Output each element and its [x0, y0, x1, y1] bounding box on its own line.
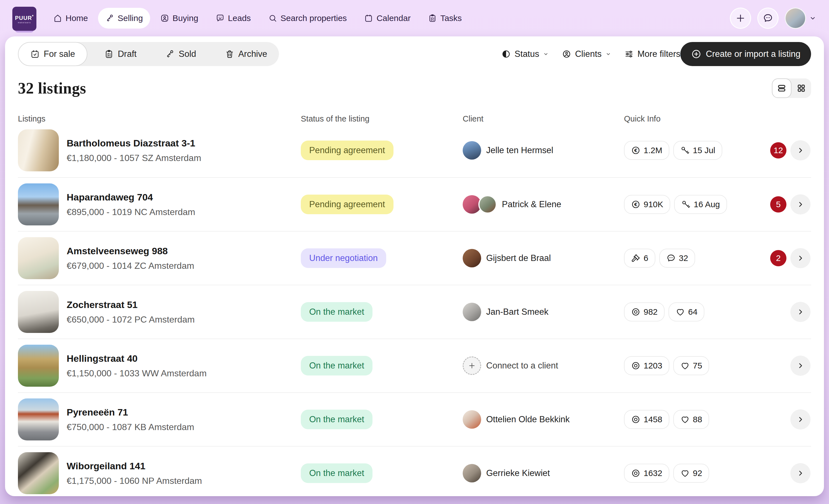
- quick-info-pill: 6: [624, 249, 655, 268]
- listing-title: Amstelveenseweg 988: [67, 246, 194, 256]
- nav-item-selling[interactable]: Selling: [98, 8, 150, 29]
- nav-item-label: Leads: [228, 13, 251, 23]
- chevron-right-icon: [796, 308, 804, 316]
- quick-info-value: 88: [693, 415, 702, 424]
- listing-row[interactable]: Hellingstraat 40€1,150,000 - 1033 WW Ams…: [18, 338, 811, 392]
- listing-photo: [18, 129, 59, 171]
- quick-info-pill: €910K: [624, 195, 670, 214]
- nav-item-label: Selling: [118, 13, 143, 23]
- open-listing-button[interactable]: [790, 248, 810, 268]
- tab-for-sale[interactable]: For sale: [18, 42, 87, 66]
- sliders-icon: [624, 49, 634, 59]
- list-view-button[interactable]: [772, 78, 791, 98]
- listing-photo: [18, 452, 59, 494]
- nav-item-home[interactable]: Home: [46, 8, 95, 29]
- status-badge: On the market: [301, 463, 372, 483]
- client-name: Patrick & Elene: [502, 200, 561, 210]
- quick-info-cell: 6322: [624, 248, 811, 268]
- listing-price-address: €650,000 - 1072 PC Amsterdam: [67, 315, 195, 325]
- profile-menu[interactable]: [785, 7, 817, 29]
- listing-text: Haparandaweg 704€895,000 - 1019 NC Amste…: [67, 192, 195, 217]
- brand-tagline: makelaars: [18, 22, 31, 24]
- clients-filter-button[interactable]: Clients: [562, 49, 611, 59]
- open-listing-button[interactable]: [790, 409, 810, 430]
- tab-label: Sold: [179, 49, 196, 59]
- tab-sold[interactable]: Sold: [153, 42, 208, 66]
- status-circle-icon: [501, 49, 511, 59]
- tab-archive[interactable]: Archive: [213, 42, 279, 66]
- quick-info-pill: 982: [624, 302, 664, 321]
- column-header-status: Status of the listing: [301, 114, 463, 123]
- listing-row[interactable]: Amstelveenseweg 988€679,000 - 1014 ZC Am…: [18, 231, 811, 285]
- listing-row[interactable]: Zocherstraat 51€650,000 - 1072 PC Amster…: [18, 285, 811, 338]
- listing-price-address: €1,150,000 - 1033 WW Amsterdam: [67, 368, 207, 379]
- grid-view-button[interactable]: [791, 78, 811, 98]
- create-listing-button[interactable]: Create or import a listing: [680, 42, 811, 66]
- tab-draft[interactable]: Draft: [93, 42, 148, 66]
- quick-info-pill: 15 Jul: [673, 141, 722, 160]
- listing-row[interactable]: Pyreneeën 71€750,000 - 1087 KB Amsterdam…: [18, 392, 811, 446]
- quick-info-value: 1203: [644, 361, 662, 370]
- column-header-listings: Listings: [18, 114, 301, 123]
- connect-client-button[interactable]: [463, 356, 481, 375]
- listing-price-address: €1,175,000 - 1060 NP Amsterdam: [67, 476, 202, 486]
- client-avatar: [463, 249, 481, 267]
- quick-info-value: 75: [693, 361, 702, 370]
- listing-title: Pyreneeën 71: [67, 407, 194, 418]
- client-cell: Jelle ten Hermsel: [463, 141, 624, 159]
- status-badge: Pending agreement: [301, 194, 394, 214]
- nav-item-calendar[interactable]: Calendar: [357, 8, 418, 29]
- nav-item-label: Home: [66, 13, 88, 23]
- listing-title: Zocherstraat 51: [67, 299, 195, 310]
- trash-icon: [225, 49, 235, 59]
- search-icon: [268, 14, 277, 23]
- nav-item-label: Search properties: [281, 13, 347, 23]
- open-listing-button[interactable]: [790, 194, 810, 214]
- open-listing-button[interactable]: [790, 463, 810, 483]
- listing-text: Wiborgeiland 141€1,175,000 - 1060 NP Ams…: [67, 461, 202, 486]
- nav-item-tasks[interactable]: Tasks: [421, 8, 469, 29]
- nav-item-label: Calendar: [376, 13, 410, 23]
- more-filters-filter-button[interactable]: More filters: [624, 49, 680, 59]
- quick-add-button[interactable]: [730, 7, 751, 29]
- status-cell: On the market: [301, 356, 463, 375]
- nav-item-search-properties[interactable]: Search properties: [261, 8, 354, 29]
- brand-logo[interactable]: PUUR* makelaars: [12, 7, 36, 31]
- chevron-down-icon: [809, 14, 817, 22]
- listing-row[interactable]: Bartholomeus Diazstraat 3-1€1,180,000 - …: [18, 123, 811, 177]
- listing-row[interactable]: Wiborgeiland 141€1,175,000 - 1060 NP Ams…: [18, 446, 811, 496]
- brand-logo-box: PUUR* makelaars: [12, 7, 36, 31]
- listing-cell: Pyreneeën 71€750,000 - 1087 KB Amsterdam: [18, 398, 301, 440]
- status-badge: Pending agreement: [301, 141, 394, 160]
- row-actions: [790, 356, 810, 376]
- client-cell: Ottelien Olde Bekkink: [463, 410, 624, 429]
- status-filter-button[interactable]: Status: [501, 49, 549, 59]
- filter-label: Status: [514, 49, 539, 59]
- row-actions: [790, 302, 810, 322]
- messages-button[interactable]: [757, 7, 779, 29]
- nav-item-buying[interactable]: Buying: [153, 8, 206, 29]
- listing-state-tabs: For saleDraftSoldArchive: [18, 42, 279, 66]
- listing-photo: [18, 183, 59, 225]
- listing-row[interactable]: Haparandaweg 704€895,000 - 1019 NC Amste…: [18, 177, 811, 231]
- chevron-right-icon: [796, 416, 804, 423]
- listing-cell: Haparandaweg 704€895,000 - 1019 NC Amste…: [18, 183, 301, 225]
- chat-face-icon: [216, 14, 225, 23]
- column-header-quick-info: Quick Info: [624, 114, 811, 123]
- open-listing-button[interactable]: [790, 356, 810, 376]
- tab-label: Archive: [238, 49, 267, 59]
- row-actions: [790, 409, 810, 430]
- listing-text: Bartholomeus Diazstraat 3-1€1,180,000 - …: [67, 138, 201, 163]
- open-listing-button[interactable]: [790, 302, 810, 322]
- quick-info-pill: 64: [669, 302, 705, 321]
- calendar-check-icon: [30, 49, 40, 59]
- status-cell: On the market: [301, 410, 463, 429]
- listing-cell: Amstelveenseweg 988€679,000 - 1014 ZC Am…: [18, 237, 301, 279]
- status-badge: Under negotiation: [301, 248, 386, 268]
- euro-circle-icon: €: [631, 200, 641, 209]
- client-cell: Jan-Bart Smeek: [463, 303, 624, 321]
- nav-item-leads[interactable]: Leads: [208, 8, 258, 29]
- notification-badge: 2: [770, 250, 786, 266]
- open-listing-button[interactable]: [790, 140, 810, 160]
- quick-info-value: 64: [688, 307, 697, 317]
